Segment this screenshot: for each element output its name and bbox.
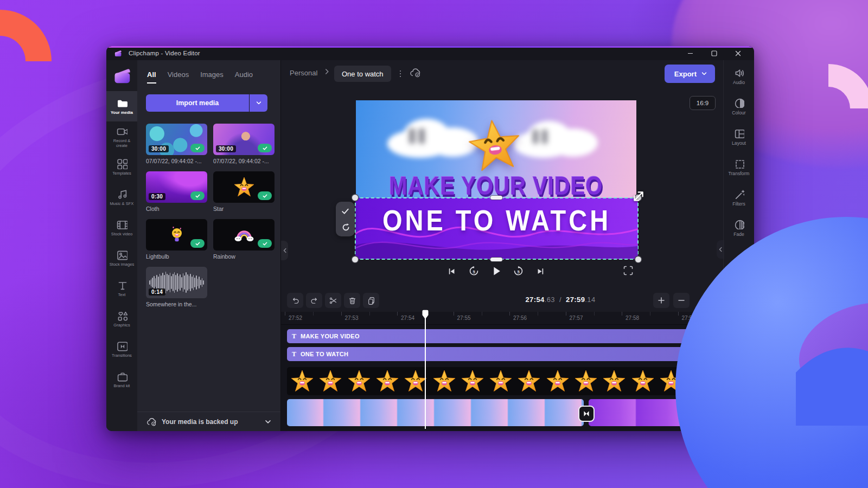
image-thumbnail[interactable] — [213, 171, 275, 203]
media-card-audio[interactable]: 0:14 Somewhere in the... — [146, 267, 207, 307]
text-clip-make-your-video[interactable]: T MAKE YOUR VIDEO — [287, 329, 712, 343]
transition-marker[interactable] — [578, 406, 595, 422]
timeline-toolbar: 27:54.63 / 27:59.14 — [281, 289, 754, 312]
media-card-rainbow[interactable]: Rainbow — [213, 219, 275, 260]
timeline-ruler[interactable]: 27:5227:5327:5427:5527:5627:5727:5827:59 — [281, 312, 754, 325]
audio-thumbnail[interactable]: 0:14 — [146, 267, 207, 298]
star-graphic[interactable] — [464, 114, 526, 176]
waveform-bar — [178, 276, 180, 289]
sidebar-item-record-create[interactable]: Record & create — [106, 121, 137, 152]
rail-item-transform[interactable]: Transform — [724, 152, 754, 182]
resize-cursor-icon[interactable] — [631, 189, 646, 203]
ruler-tick — [341, 312, 342, 316]
close-button[interactable] — [734, 49, 742, 57]
rail-item-layout[interactable]: Layout — [724, 121, 754, 151]
selected-check-badge[interactable] — [258, 191, 272, 200]
rail-item-colour[interactable]: Colour — [724, 91, 754, 121]
confirm-button[interactable] — [340, 206, 352, 217]
rail-item-filters[interactable]: Filters — [724, 182, 754, 212]
media-card-star[interactable]: Star — [213, 171, 275, 212]
resize-handle-bottom[interactable] — [490, 258, 502, 261]
text-clip-one-to-watch[interactable]: T ONE TO WATCH — [287, 347, 712, 361]
collapse-media-panel-handle[interactable] — [281, 241, 288, 260]
playhead-line[interactable] — [425, 313, 426, 429]
selected-check-badge[interactable] — [190, 239, 205, 248]
zoom-out-button[interactable] — [673, 293, 690, 308]
redo-button[interactable] — [306, 293, 322, 308]
current-time-frac: .63 — [545, 296, 555, 304]
sidebar-item-templates[interactable]: Templates — [106, 152, 137, 182]
waveform-bar — [189, 276, 190, 289]
image-thumbnail[interactable] — [213, 219, 275, 251]
waveform-bar — [156, 275, 157, 290]
skip-to-start-button[interactable] — [446, 265, 458, 277]
sidebar-item-stock-images[interactable]: Stock images — [106, 243, 137, 273]
import-media-button[interactable]: Import media — [146, 94, 267, 112]
resize-handle-bottom-left[interactable] — [352, 256, 358, 262]
resize-handle-top[interactable] — [490, 196, 502, 200]
waveform-bar — [154, 276, 155, 289]
selected-check-badge[interactable] — [258, 144, 272, 152]
star-clip[interactable] — [287, 367, 712, 395]
media-card-cloth[interactable]: 0:30 Cloth — [146, 171, 207, 212]
svg-text:5: 5 — [517, 269, 520, 274]
maximize-button[interactable] — [710, 49, 718, 57]
sidebar-item-brand-kit[interactable]: Brand kit — [106, 364, 137, 395]
resize-handle-top-left[interactable] — [352, 195, 358, 201]
project-menu-button[interactable] — [396, 68, 405, 79]
sidebar-item-your-media[interactable]: Your media — [106, 91, 137, 121]
split-scissors-button[interactable] — [325, 293, 341, 308]
fullscreen-button[interactable] — [623, 265, 634, 276]
app-logo-tile[interactable] — [106, 63, 137, 88]
selected-text-element[interactable]: ONE TO WATCH — [355, 198, 638, 259]
sidebar-item-transitions[interactable]: Transitions — [106, 334, 137, 364]
video-thumbnail[interactable]: 30:00 — [146, 124, 207, 155]
export-button[interactable]: Export — [665, 65, 715, 83]
sidebar-item-graphics[interactable]: Graphics — [106, 304, 137, 334]
video-thumbnail[interactable]: 0:30 — [146, 171, 207, 203]
tab-audio[interactable]: Audio — [235, 70, 253, 84]
rail-item-fade[interactable]: Fade — [724, 213, 754, 242]
undo-change-button[interactable] — [340, 221, 352, 233]
aspect-ratio-badge[interactable]: 16:9 — [690, 96, 716, 110]
media-card-lightbulb[interactable]: Lightbulb — [146, 219, 207, 260]
gradient-video-clip-2[interactable] — [589, 399, 712, 426]
skip-to-end-button[interactable] — [535, 265, 547, 277]
image-thumbnail[interactable] — [146, 219, 207, 251]
rewind-5s-button[interactable]: 5 — [468, 265, 480, 277]
sidebar-item-music-sfx[interactable]: Music & SFX — [106, 182, 137, 213]
tab-all[interactable]: All — [147, 70, 156, 84]
breadcrumb-personal[interactable]: Personal — [290, 69, 317, 77]
selected-text-content[interactable]: ONE TO WATCH — [355, 203, 638, 237]
playhead-handle[interactable] — [421, 310, 430, 320]
breadcrumb-project-name[interactable]: One to watch — [334, 66, 391, 82]
import-media-label[interactable]: Import media — [146, 94, 249, 112]
minimize-button[interactable] — [686, 49, 694, 57]
tab-videos[interactable]: Videos — [168, 70, 189, 84]
video-thumbnail[interactable]: 30:00 — [213, 124, 275, 155]
selected-check-badge[interactable] — [190, 191, 205, 200]
sidebar-item-stock-video[interactable]: Stock video — [106, 213, 137, 243]
selected-check-badge[interactable] — [258, 239, 272, 248]
zoom-in-button[interactable] — [653, 293, 669, 308]
selected-check-badge[interactable] — [190, 144, 205, 152]
undo-button[interactable] — [287, 293, 303, 308]
duplicate-button[interactable] — [363, 293, 379, 308]
rail-item-audio[interactable]: Audio — [724, 61, 754, 91]
resize-handle-bottom-right[interactable] — [635, 256, 641, 262]
delete-button[interactable] — [344, 293, 360, 308]
star-thumb — [318, 369, 342, 393]
video-preview-canvas[interactable]: MAKE YOUR VIDEO ONE TO WATCH — [356, 100, 636, 259]
clipchamp-window: Clipchamp - Video Editor — [106, 46, 754, 431]
sidebar-item-text[interactable]: Text — [106, 273, 137, 304]
backup-expand-button[interactable] — [264, 418, 272, 426]
cloud-sync-icon[interactable] — [409, 67, 421, 78]
tab-images[interactable]: Images — [200, 70, 224, 84]
forward-5s-button[interactable]: 5 — [513, 265, 525, 277]
media-card-video-1[interactable]: 30:00 07/07/22, 09:44:02 -... — [146, 124, 207, 164]
gradient-video-clip-1[interactable] — [287, 399, 584, 426]
import-options-button[interactable] — [250, 94, 267, 112]
transform-icon — [733, 158, 744, 169]
play-button[interactable] — [490, 265, 502, 277]
media-card-video-2[interactable]: 30:00 07/07/22, 09:44:02 -... — [213, 124, 275, 164]
